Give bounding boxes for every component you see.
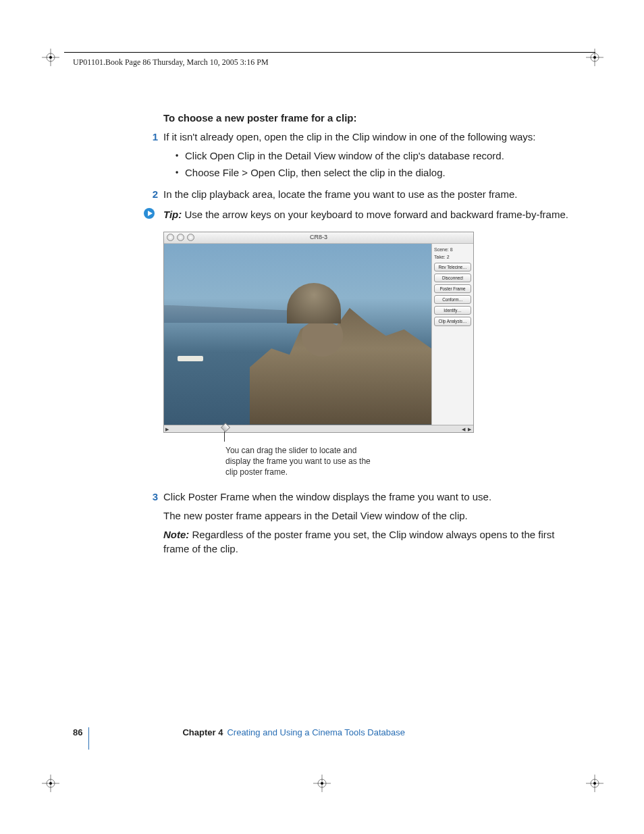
bullet-icon: • [176,165,185,180]
crop-mark-icon [42,775,59,792]
clip-window-figure: CR8-3 Scene: 8 Take: 2 Rev Telecine… Dis… [163,232,474,478]
header-rule [64,52,595,53]
svg-point-3 [49,56,52,59]
step-number: 2 [143,187,158,202]
step-text: In the clip playback area, locate the fr… [163,187,575,202]
crop-mark-icon [313,775,331,792]
body-text: The new poster frame appears in the Deta… [163,509,575,523]
tip-label: Tip: [163,209,182,220]
crop-mark-icon [586,775,603,792]
svg-point-11 [49,782,52,785]
note-text: Note: Regardless of the poster frame you… [163,527,575,557]
page-number: 86 [73,727,82,739]
step-number: 3 [143,490,158,504]
step-text: Click Poster Frame when the window displ… [163,490,575,504]
crop-mark-icon [586,49,603,66]
playback-slider[interactable]: ▶ ◀ ▶ [164,425,473,432]
section-heading: To choose a new poster frame for a clip: [163,111,575,126]
step-text: If it isn't already open, open the clip … [163,130,575,145]
note-label: Note: [163,529,189,540]
step-end-icon[interactable]: ◀ ▶ [462,426,472,433]
window-title: CR8-3 [164,233,473,242]
book-header: UP01101.Book Page 86 Thursday, March 10,… [73,57,269,68]
bullet-text: Choose File > Open Clip, then select the… [185,165,446,180]
clip-analysis-button[interactable]: Clip Analysis… [434,317,471,325]
window-titlebar: CR8-3 [164,232,473,244]
step-number: 1 [143,130,158,145]
clip-window: CR8-3 Scene: 8 Take: 2 Rev Telecine… Dis… [163,232,474,433]
poster-frame-button[interactable]: Poster Frame [434,284,471,293]
tip-icon [143,207,155,219]
svg-point-7 [593,56,596,59]
callout-line [224,432,225,442]
chapter-label: Chapter 4 [182,727,223,739]
bullet-icon: • [176,149,185,163]
disconnect-button[interactable]: Disconnect [434,273,471,282]
rev-telecine-button[interactable]: Rev Telecine… [434,263,471,271]
figure-caption: You can drag the slider to locate and di… [225,445,374,478]
scene-label: Scene: 8 [434,246,471,253]
svg-point-15 [321,782,323,785]
side-panel: Scene: 8 Take: 2 Rev Telecine… Disconnec… [431,244,473,425]
take-label: Take: 2 [434,254,471,261]
play-icon[interactable]: ▶ [165,426,169,433]
clip-playback-area[interactable] [164,244,431,425]
page-footer: 86 Chapter 4 Creating and Using a Cinema… [73,727,405,739]
conform-button[interactable]: Conform… [434,295,471,304]
identify-button[interactable]: Identify… [434,306,471,315]
crop-mark-icon [42,49,59,66]
tip-text: Tip: Use the arrow keys on your keyboard… [163,207,568,222]
slider-thumb-icon[interactable] [221,422,230,432]
svg-point-19 [593,782,596,785]
bullet-text: Click Open Clip in the Detail View windo… [185,149,504,163]
chapter-title: Creating and Using a Cinema Tools Databa… [227,727,405,739]
